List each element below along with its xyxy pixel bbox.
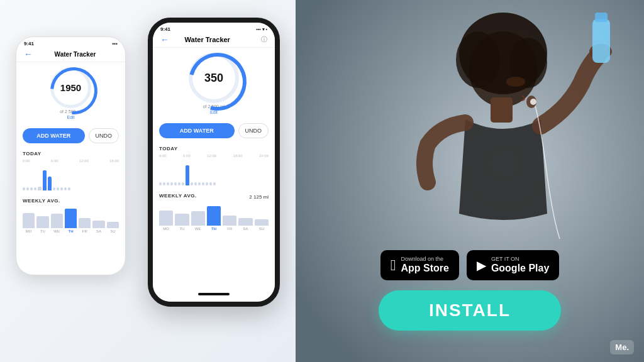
weekly-section-back: WEEKLY AVG. MO TU WE TH FR SA xyxy=(16,194,125,237)
svg-rect-8 xyxy=(595,13,608,22)
undo-btn-back[interactable]: UNDO xyxy=(89,128,119,143)
day-labels-front: MO TU WE TH FR SA SU xyxy=(159,227,269,231)
svg-point-11 xyxy=(506,77,525,87)
title-front: Water Tracker xyxy=(185,36,230,43)
svg-point-10 xyxy=(530,99,536,105)
title-back: Water Tracker xyxy=(55,51,96,58)
weekly-value-front: 2 125 ml xyxy=(249,194,269,200)
circle-tracker-front: 350 of 2 500 ml Edit xyxy=(153,53,275,114)
nav-row-front: ← Water Tracker ⓘ xyxy=(153,33,275,48)
google-play-sub: GET IT ON xyxy=(491,256,549,262)
add-water-btn-back[interactable]: ADD WATER xyxy=(23,128,85,143)
time-back: 9:41 xyxy=(24,41,34,47)
circle-ring-front: 350 xyxy=(189,53,239,103)
status-icons-back: ▪▪▪ xyxy=(112,41,118,47)
right-section:  Download on the App Store ▶ GET IT ON … xyxy=(296,0,644,362)
circle-value-front: 350 xyxy=(204,72,223,84)
google-play-button[interactable]: ▶ GET IT ON Google Play xyxy=(467,250,559,280)
weekly-bars-back xyxy=(23,206,119,228)
home-indicator-front xyxy=(198,293,230,295)
svg-rect-7 xyxy=(592,19,610,63)
store-buttons:  Download on the App Store ▶ GET IT ON … xyxy=(380,250,560,280)
time-labels-back: 0:00 6:00 12:00 18:00 xyxy=(23,159,119,163)
phone-front: 9:41 ▪▪▪ ▾ ▪ ← Water Tracker ⓘ 350 of 2 … xyxy=(148,18,280,307)
info-icon-front: ⓘ xyxy=(261,35,267,44)
left-section: 9:41 ▪▪▪ ← Water Tracker 1950 of 2 500 m… xyxy=(0,0,296,362)
app-store-text: Download on the App Store xyxy=(401,256,448,274)
status-icons-front: ▪▪▪ ▾ ▪ xyxy=(256,27,267,32)
weekly-header-front: WEEKLY AVG. 2 125 ml xyxy=(159,193,269,201)
google-play-name: Google Play xyxy=(491,262,549,274)
btn-row-back: ADD WATER UNDO xyxy=(16,124,125,147)
svg-point-3 xyxy=(456,31,500,88)
weekly-label-front: WEEKLY AVG. xyxy=(159,193,197,199)
play-icon: ▶ xyxy=(477,258,486,273)
add-water-btn-front[interactable]: ADD WATER xyxy=(159,123,235,138)
phone-front-inner: 9:41 ▪▪▪ ▾ ▪ ← Water Tracker ⓘ 350 of 2 … xyxy=(153,23,275,302)
weekly-label-back: WEEKLY AVG. xyxy=(23,198,119,204)
app-store-name: App Store xyxy=(401,262,448,274)
chart-section-back: TODAY 0:00 6:00 12:00 18:00 xyxy=(16,147,125,194)
bar-chart-front xyxy=(159,160,269,185)
install-button[interactable]: INSTALL xyxy=(379,290,561,331)
bar-chart-back xyxy=(23,165,119,190)
circle-tracker-back: 1950 of 2 500 ml Edit xyxy=(16,67,125,119)
weekly-section-front: WEEKLY AVG. 2 125 ml MO TU xyxy=(153,189,275,234)
back-arrow-back: ← xyxy=(24,49,33,59)
app-store-button[interactable]:  Download on the App Store xyxy=(380,250,459,280)
day-labels-back: MO TU WE TH FR SA SU xyxy=(23,229,119,233)
app-store-sub: Download on the xyxy=(401,256,448,262)
today-label-back: TODAY xyxy=(23,151,119,156)
status-bar-front: 9:41 ▪▪▪ ▾ ▪ xyxy=(153,23,275,33)
google-play-text: GET IT ON Google Play xyxy=(491,256,549,274)
phone-back: 9:41 ▪▪▪ ← Water Tracker 1950 of 2 500 m… xyxy=(16,36,126,275)
svg-rect-5 xyxy=(491,97,513,123)
chart-section-front: TODAY 0:00 6:00 12:00 18:00 24:00 xyxy=(153,142,275,189)
circle-ring-back: 1950 xyxy=(50,67,91,108)
back-arrow-front: ← xyxy=(160,35,169,45)
status-bar-back: 9:41 ▪▪▪ xyxy=(16,37,125,48)
me-logo: Me. xyxy=(610,340,634,354)
phones-container: 9:41 ▪▪▪ ← Water Tracker 1950 of 2 500 m… xyxy=(16,18,280,344)
circle-value-back: 1950 xyxy=(60,82,81,93)
weekly-bars-front xyxy=(159,204,269,226)
undo-btn-front[interactable]: UNDO xyxy=(238,123,269,138)
today-label-front: TODAY xyxy=(159,146,269,151)
btn-row-front: ADD WATER UNDO xyxy=(153,119,275,142)
circle-edit-back: Edit xyxy=(67,115,74,119)
time-labels-front: 0:00 6:00 12:00 18:00 24:00 xyxy=(159,154,269,158)
nav-row-back: ← Water Tracker xyxy=(16,48,125,62)
time-front: 9:41 xyxy=(160,26,170,32)
apple-icon:  xyxy=(391,256,396,274)
